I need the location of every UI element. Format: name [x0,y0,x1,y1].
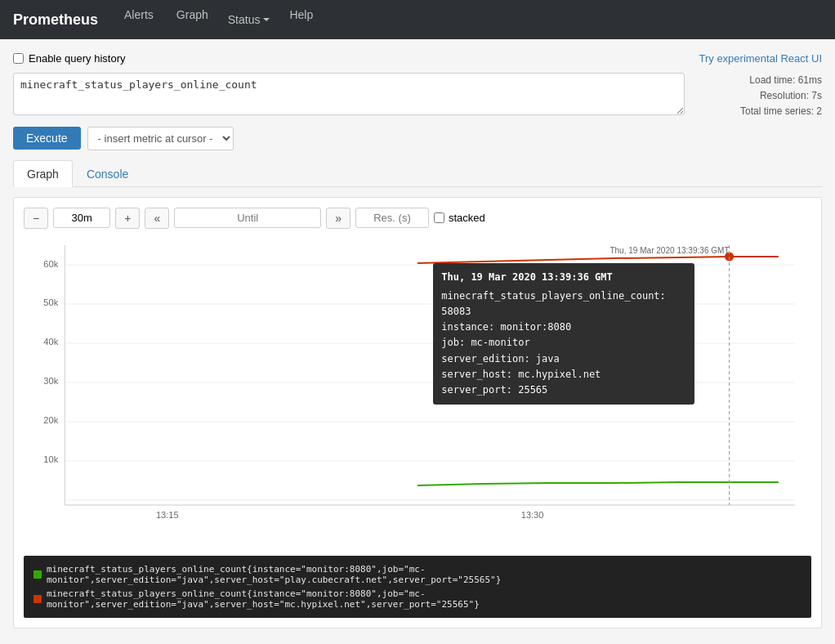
query-textarea[interactable]: minecraft_status_players_online_count [13,73,685,115]
tab-graph[interactable]: Graph [13,160,73,187]
nav-link-graph[interactable]: Graph [167,3,218,26]
resolution-stat: Resolution: 7s [691,88,822,104]
y-label-20k: 20k [43,415,58,425]
nav-link-alerts[interactable]: Alerts [114,3,163,26]
legend-swatch-red [33,595,42,603]
y-label-30k: 30k [43,376,58,386]
time-range-input[interactable] [53,208,110,228]
back-button[interactable]: « [145,208,169,229]
zoom-out-button[interactable]: − [24,208,48,229]
nav-menu: Alerts Graph Status Help [114,8,323,31]
query-input-wrap: minecraft_status_players_online_count [13,73,685,118]
chart-container: 60k 50k 40k 30k 20k 10k [24,239,811,549]
zoom-in-button[interactable]: + [115,208,140,229]
legend-item-1: minecraft_status_players_online_count{in… [33,562,802,587]
total-series-stat: Total time series: 2 [691,104,822,119]
series-red [418,257,779,263]
series-green [418,482,779,485]
nav-item-help[interactable]: Help [279,8,323,31]
tab-console[interactable]: Console [73,160,142,187]
tabs-bar: Graph Console [13,160,822,187]
cursor-time-label: Thu, 19 Mar 2020 13:39:36 GMT [610,246,729,255]
top-bar: Enable query history Try experimental Re… [13,52,822,65]
enable-history-row: Enable query history [13,52,126,65]
nav-link-help[interactable]: Help [279,3,323,26]
graph-panel: − + « » stacked 60k 50k 40k 30k 20k 10k [13,197,822,628]
page-content: Enable query history Try experimental Re… [0,39,835,644]
execute-button[interactable]: Execute [13,127,81,150]
chart-svg: 60k 50k 40k 30k 20k 10k [24,239,811,549]
nav-item-status[interactable]: Status [221,8,277,31]
x-label-1315: 13:15 [156,510,179,520]
y-label-10k: 10k [43,454,58,464]
enable-history-label[interactable]: Enable query history [29,52,126,65]
legend-text-1: minecraft_status_players_online_count{in… [47,564,802,585]
execute-row: Execute - insert metric at cursor - [13,127,822,150]
x-label-1330: 13:30 [521,510,544,520]
legend: minecraft_status_players_online_count{in… [24,556,811,618]
y-label-40k: 40k [43,337,58,347]
query-area: minecraft_status_players_online_count Lo… [13,73,822,120]
load-time-stat: Load time: 61ms [691,73,822,88]
y-label-60k: 60k [43,259,58,269]
until-input[interactable] [174,208,321,228]
legend-item-2: minecraft_status_players_online_count{in… [33,587,802,611]
query-stats: Load time: 61ms Resolution: 7s Total tim… [691,73,822,120]
y-label-50k: 50k [43,297,58,307]
forward-button[interactable]: » [326,208,351,229]
stacked-checkbox[interactable] [434,212,444,223]
nav-item-alerts[interactable]: Alerts [114,8,163,31]
react-ui-link[interactable]: Try experimental React UI [699,52,822,65]
stacked-label[interactable]: stacked [449,212,485,224]
enable-history-checkbox[interactable] [13,53,24,64]
stacked-wrap: stacked [434,212,485,224]
brand-link[interactable]: Prometheus [13,11,98,29]
resolution-input[interactable] [355,208,429,228]
navbar: Prometheus Alerts Graph Status Help [0,0,835,39]
legend-swatch-green [33,570,42,579]
status-caret-icon [263,18,270,21]
nav-label-status: Status [228,13,261,26]
controls-row: − + « » stacked [24,208,811,229]
legend-text-2: minecraft_status_players_online_count{in… [47,588,802,610]
metric-select[interactable]: - insert metric at cursor - [87,127,234,150]
nav-item-graph[interactable]: Graph [167,8,218,31]
